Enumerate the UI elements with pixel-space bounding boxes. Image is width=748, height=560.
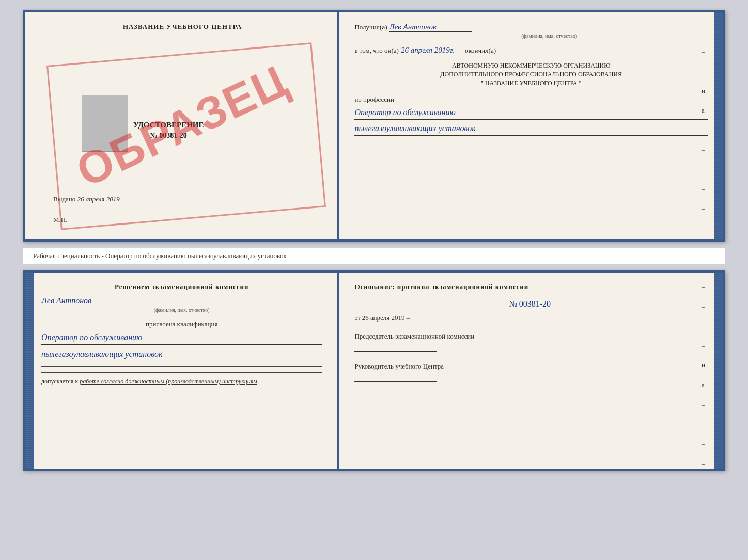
profession-line2: пылегазоулавливающих установок bbox=[354, 122, 708, 136]
issued-line: Выдано 26 апреля 2019 bbox=[53, 195, 120, 203]
bl-separator1 bbox=[41, 366, 322, 367]
br-date-line: от 26 апреля 2019 – bbox=[354, 314, 705, 322]
br-director-sig-line bbox=[354, 373, 437, 382]
mp-label: М.П. bbox=[53, 216, 67, 224]
recipient-name: Лев Антпонов bbox=[389, 23, 472, 32]
received-line: Получил(а) Лев Антпонов – bbox=[354, 23, 708, 32]
br-date-dash: – bbox=[407, 314, 410, 322]
bottom-cert-right-page: – – – – и а – – – – Основание: протокол … bbox=[339, 273, 723, 469]
top-certificate-spread: НАЗВАНИЕ УЧЕБНОГО ЦЕНТРА ОБРАЗЕЦ УДОСТОВ… bbox=[23, 10, 725, 242]
completed-date: 26 апреля 2019г. bbox=[401, 46, 463, 55]
org-line3: " НАЗВАНИЕ УЧЕБНОГО ЦЕНТРА " bbox=[354, 79, 708, 88]
bl-footer-italic: работе согласно должностным (производств… bbox=[80, 378, 257, 385]
bl-separator3 bbox=[41, 390, 322, 390]
profession-line1: Оператор по обслуживанию bbox=[354, 106, 708, 120]
org-line1: АВТОНОМНУЮ НЕКОММЕРЧЕСКУЮ ОРГАНИЗАЦИЮ bbox=[354, 61, 708, 70]
top-left-org-title: НАЗВАНИЕ УЧЕБНОГО ЦЕНТРА bbox=[40, 23, 324, 31]
bottom-cert-left-page: Решением экзаменационной комиссии Лев Ан… bbox=[25, 273, 339, 469]
completed-suffix: окончил(а) bbox=[465, 46, 496, 55]
bl-qual-line2: пылегазоулавливающих установок bbox=[41, 347, 322, 361]
br-date-value: 26 апреля 2019 bbox=[362, 314, 405, 322]
bl-footer: допускается к работе согласно должностны… bbox=[41, 378, 322, 386]
commission-title: Решением экзаменационной комиссии bbox=[41, 283, 322, 291]
doc-number: № 00381-20 bbox=[133, 132, 204, 140]
photo-placeholder bbox=[82, 95, 128, 152]
br-aside-dashes: – – – – и а – – – – bbox=[702, 283, 705, 468]
received-label: Получил(а) bbox=[354, 23, 387, 31]
bl-qual-label: присвоена квалификация bbox=[41, 320, 322, 328]
bl-person-name: Лев Антпонов bbox=[41, 296, 322, 306]
br-director-label: Руководитель учебного Центра bbox=[354, 362, 705, 371]
top-cert-left-page: НАЗВАНИЕ УЧЕБНОГО ЦЕНТРА ОБРАЗЕЦ УДОСТОВ… bbox=[25, 12, 339, 239]
profession-label: по профессии bbox=[354, 95, 708, 104]
bl-separator2 bbox=[41, 372, 322, 373]
br-chairman-sig-line bbox=[354, 343, 437, 352]
bl-qual-line1: Оператор по обслуживанию bbox=[41, 330, 322, 345]
br-protocol-number: № 00381-20 bbox=[354, 299, 705, 309]
issued-date: 26 апреля 2019 bbox=[77, 195, 120, 203]
top-cert-right-page: – – – и а – – – – – Получил(а) Лев Антпо… bbox=[339, 12, 723, 239]
org-block: АВТОНОМНУЮ НЕКОММЕРЧЕСКУЮ ОРГАНИЗАЦИЮ ДО… bbox=[354, 61, 708, 87]
completed-prefix: в том, что он(а) bbox=[354, 46, 399, 55]
bl-name-sublabel: (фамилия, имя, отчество) bbox=[41, 307, 322, 313]
right-aside-dashes: – – – и а – – – – – bbox=[702, 28, 705, 213]
name-sublabel: (фамилия, имя, отчество) bbox=[391, 33, 708, 39]
doc-title: УДОСТОВЕРЕНИЕ bbox=[133, 121, 204, 130]
middle-strip-text: Рабочая специальность - Оператор по обсл… bbox=[33, 252, 287, 260]
issued-label: Выдано bbox=[53, 195, 75, 203]
br-basis-label: Основание: протокол экзаменационной коми… bbox=[354, 283, 705, 291]
completed-line: в том, что он(а) 26 апреля 2019г. окончи… bbox=[354, 46, 708, 55]
bottom-certificate-spread: Решением экзаменационной комиссии Лев Ан… bbox=[23, 270, 725, 471]
org-line2: ДОПОЛНИТЕЛЬНОГО ПРОФЕССИОНАЛЬНОГО ОБРАЗО… bbox=[354, 70, 708, 79]
br-chairman-label: Председатель экзаменационной комиссии bbox=[354, 332, 705, 341]
dash-after-name: – bbox=[474, 23, 478, 31]
bl-footer-label: допускается к bbox=[41, 378, 78, 385]
br-date-prefix: от bbox=[354, 314, 360, 322]
middle-strip: Рабочая специальность - Оператор по обсл… bbox=[23, 248, 725, 264]
